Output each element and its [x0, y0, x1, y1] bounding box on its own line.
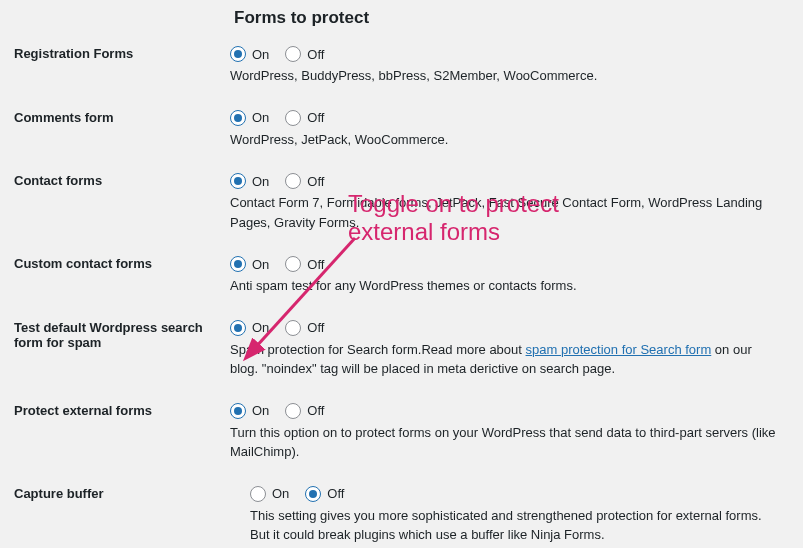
radio-external-on[interactable]: On	[230, 403, 269, 419]
radio-dot-icon	[230, 46, 246, 62]
radio-external-off[interactable]: Off	[285, 403, 324, 419]
radio-dot-icon	[230, 173, 246, 189]
radio-label: On	[272, 486, 289, 501]
radio-dot-icon	[285, 110, 301, 126]
radio-label: On	[252, 47, 269, 62]
label-custom-contact-forms: Custom contact forms	[10, 250, 226, 314]
desc-comments: WordPress, JetPack, WooCommerce.	[230, 130, 781, 150]
radio-label: On	[252, 257, 269, 272]
radio-dot-icon	[285, 173, 301, 189]
radio-label: Off	[307, 47, 324, 62]
radio-dot-icon	[285, 256, 301, 272]
radio-group-custom-contact: On Off	[230, 256, 781, 272]
label-comments-form: Comments form	[10, 104, 226, 168]
radio-search-on[interactable]: On	[230, 320, 269, 336]
radio-label: Off	[327, 486, 344, 501]
label-contact-forms: Contact forms	[10, 167, 226, 250]
radio-dot-icon	[285, 403, 301, 419]
radio-label: Off	[307, 110, 324, 125]
radio-contact-on[interactable]: On	[230, 173, 269, 189]
radio-registration-off[interactable]: Off	[285, 46, 324, 62]
radio-group-external: On Off	[230, 403, 781, 419]
desc-capture-buffer: This setting gives you more sophisticate…	[230, 506, 781, 545]
radio-search-off[interactable]: Off	[285, 320, 324, 336]
radio-custom-contact-off[interactable]: Off	[285, 256, 324, 272]
label-registration-forms: Registration Forms	[10, 40, 226, 104]
radio-dot-icon	[285, 320, 301, 336]
radio-label: Off	[307, 174, 324, 189]
radio-label: Off	[307, 320, 324, 335]
radio-capture-buffer-off[interactable]: Off	[305, 486, 344, 502]
section-title: Forms to protect	[234, 8, 787, 28]
label-search-form: Test default Wordpress search form for s…	[10, 314, 226, 397]
radio-dot-icon	[285, 46, 301, 62]
radio-label: On	[252, 174, 269, 189]
radio-label: Off	[307, 403, 324, 418]
desc-external: Turn this option on to protect forms on …	[230, 423, 781, 462]
label-protect-external-forms: Protect external forms	[10, 397, 226, 480]
radio-dot-icon	[230, 110, 246, 126]
radio-custom-contact-on[interactable]: On	[230, 256, 269, 272]
radio-group-search: On Off	[230, 320, 781, 336]
link-spam-protection-search[interactable]: spam protection for Search form	[526, 342, 712, 357]
radio-capture-buffer-on[interactable]: On	[250, 486, 289, 502]
radio-group-capture-buffer: On Off	[230, 486, 781, 502]
radio-dot-icon	[230, 320, 246, 336]
radio-label: On	[252, 110, 269, 125]
radio-contact-off[interactable]: Off	[285, 173, 324, 189]
radio-dot-icon	[250, 486, 266, 502]
radio-group-contact: On Off	[230, 173, 781, 189]
desc-contact: Contact Form 7, Formidable forms, JetPac…	[230, 193, 781, 232]
radio-label: Off	[307, 257, 324, 272]
radio-label: On	[252, 320, 269, 335]
desc-custom-contact: Anti spam test for any WordPress themes …	[230, 276, 781, 296]
radio-group-comments: On Off	[230, 110, 781, 126]
radio-dot-icon	[230, 256, 246, 272]
radio-comments-on[interactable]: On	[230, 110, 269, 126]
desc-search-pre: Spam protection for Search form.Read mor…	[230, 342, 526, 357]
settings-table: Registration Forms On Off WordPress, Bud…	[10, 40, 787, 548]
desc-registration: WordPress, BuddyPress, bbPress, S2Member…	[230, 66, 781, 86]
desc-search: Spam protection for Search form.Read mor…	[230, 340, 781, 379]
radio-group-registration: On Off	[230, 46, 781, 62]
label-capture-buffer: Capture buffer	[10, 480, 226, 549]
radio-label: On	[252, 403, 269, 418]
radio-dot-icon	[305, 486, 321, 502]
radio-comments-off[interactable]: Off	[285, 110, 324, 126]
radio-dot-icon	[230, 403, 246, 419]
radio-registration-on[interactable]: On	[230, 46, 269, 62]
